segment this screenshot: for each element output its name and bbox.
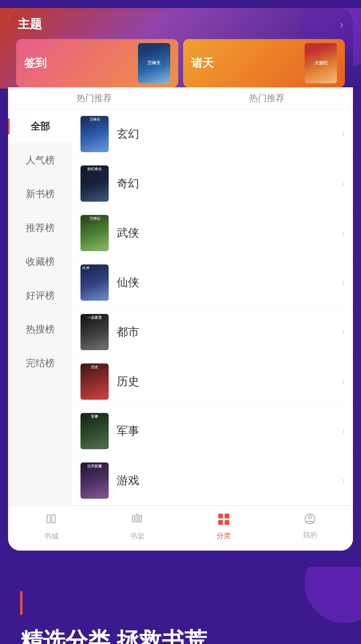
cover-xuanhuan: 万神天 [80, 116, 109, 152]
chevron-lishi: › [342, 376, 345, 387]
banner-card-zhutian[interactable]: 诸天 大道纪 [183, 39, 345, 87]
promo-section: 精选分类 拯救书荒 超多优质小说 [0, 567, 361, 644]
svg-point-10 [308, 516, 311, 519]
promo-main-title: 精选分类 拯救书荒 [20, 627, 341, 644]
banner-book-signin: 万神天 [138, 43, 170, 83]
banner-row: 签到 万神天 诸天 大道纪 [16, 39, 345, 87]
sidebar-item-recommend[interactable]: 推荐榜 [8, 211, 72, 245]
cover-wuxia: 万神记 [80, 215, 109, 251]
svg-rect-2 [132, 516, 134, 522]
chevron-xianxia: › [342, 277, 345, 288]
category-name-xianxia: 仙侠 [117, 275, 342, 290]
deco-circle-1 [305, 567, 361, 623]
category-row-qihuan[interactable]: 的幻奇生 奇幻 › [72, 159, 353, 208]
category-container: 全部 人气榜 新书榜 推荐榜 收藏榜 好评榜 热搜榜 [8, 109, 353, 506]
category-row-dushi[interactable]: 一品富贵 都市 › [72, 308, 353, 357]
chevron-junshi: › [342, 426, 345, 436]
category-icon [217, 512, 231, 528]
svg-rect-5 [218, 514, 223, 518]
banner-card-signin[interactable]: 签到 万神天 [16, 39, 178, 87]
sidebar-item-goodreview[interactable]: 好评榜 [8, 279, 72, 312]
hot-rec-zhutian: 热门推荐 [181, 87, 353, 109]
sidebar-item-popular[interactable]: 人气榜 [8, 143, 72, 177]
mine-icon [303, 512, 316, 527]
bookstore-icon [45, 512, 58, 528]
nav-item-bookstore[interactable]: 书城 [8, 512, 94, 541]
nav-label-bookshelf: 书架 [130, 531, 144, 541]
category-row-lishi[interactable]: 历史 历史 › [72, 357, 353, 407]
nav-label-mine: 我的 [303, 530, 317, 540]
right-content: 万神天 玄幻 › 的幻奇生 奇幻 › 万神记 [72, 109, 353, 506]
sidebar-item-finished[interactable]: 完结榜 [8, 346, 72, 380]
nav-item-category[interactable]: 分类 [181, 512, 267, 541]
svg-rect-4 [140, 516, 142, 522]
chevron-qihuan: › [342, 178, 345, 189]
section-title: 主题 [18, 16, 42, 33]
chevron-xuanhuan: › [342, 129, 345, 139]
nav-item-bookshelf[interactable]: 书架 [94, 512, 180, 541]
banner-label-zhutian: 诸天 [191, 56, 214, 71]
nav-label-bookstore: 书城 [44, 531, 58, 541]
category-name-wuxia: 武侠 [117, 225, 342, 241]
hot-rec-signin: 热门推荐 [8, 87, 181, 109]
category-name-qihuan: 奇幻 [117, 176, 342, 191]
svg-rect-8 [225, 520, 229, 525]
category-name-xuanhuan: 玄幻 [117, 126, 342, 142]
sidebar-item-all[interactable]: 全部 [8, 109, 72, 143]
hot-rec-row: 热门推荐 热门推荐 [8, 87, 353, 109]
sidebar-item-newbook[interactable]: 新书榜 [8, 177, 72, 211]
section-header: 主题 › [16, 16, 345, 39]
cover-dushi: 一品富贵 [80, 314, 109, 350]
cover-junshi: 军事 [80, 413, 109, 449]
bottom-nav: 书城 书架 [8, 506, 353, 551]
svg-rect-1 [52, 515, 55, 523]
chevron-dushi: › [342, 327, 345, 337]
nav-label-category: 分类 [217, 531, 231, 541]
left-sidebar: 全部 人气榜 新书榜 推荐榜 收藏榜 好评榜 热搜榜 [8, 109, 72, 506]
svg-rect-0 [47, 515, 50, 523]
category-name-dushi: 都市 [117, 324, 342, 340]
banner-book-zhutian: 大道纪 [305, 43, 337, 83]
category-name-youxi: 游戏 [117, 473, 342, 488]
category-row-wuxia[interactable]: 万神记 武侠 › [72, 208, 353, 258]
sidebar-item-hotsearch[interactable]: 热搜榜 [8, 312, 72, 346]
svg-rect-6 [225, 514, 229, 518]
category-row-xuanhuan[interactable]: 万神天 玄幻 › [72, 109, 353, 159]
bookshelf-icon [131, 512, 144, 528]
category-row-xianxia[interactable]: 仙 侠 仙侠 › [72, 258, 353, 308]
cover-lishi: 历史 [80, 363, 109, 400]
banner-label-signin: 签到 [24, 56, 47, 71]
nav-item-mine[interactable]: 我的 [267, 512, 353, 541]
cover-youxi: 过关斩魔 [80, 462, 109, 499]
chevron-wuxia: › [342, 228, 345, 238]
svg-rect-7 [218, 520, 223, 525]
category-row-youxi[interactable]: 过关斩魔 游戏 › [72, 456, 353, 506]
chevron-youxi: › [342, 475, 345, 486]
sidebar-item-collection[interactable]: 收藏榜 [8, 245, 72, 279]
category-name-lishi: 历史 [117, 374, 342, 389]
cover-qihuan: 的幻奇生 [80, 165, 109, 202]
category-row-junshi[interactable]: 军事 军事 › [72, 407, 353, 456]
cover-xianxia: 仙 侠 [80, 264, 109, 301]
svg-rect-3 [136, 514, 138, 522]
category-name-junshi: 军事 [117, 423, 342, 439]
promo-accent-bar [20, 591, 23, 615]
